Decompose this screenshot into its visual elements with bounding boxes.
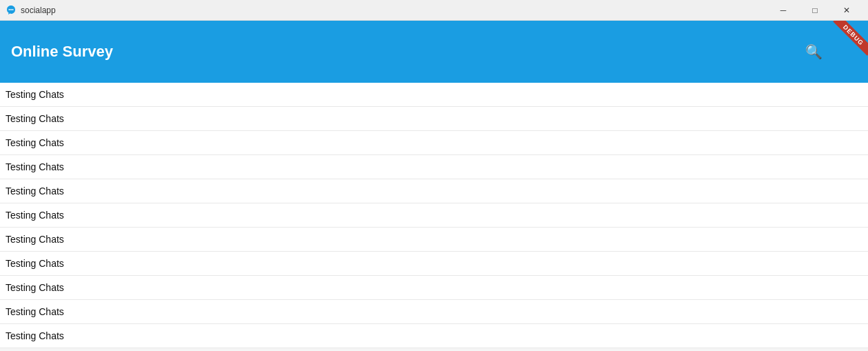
list-item[interactable]: Testing Chats	[0, 324, 868, 348]
close-button[interactable]: ✕	[831, 0, 862, 21]
list-item[interactable]: Testing Chats	[0, 179, 868, 203]
content-area: Testing ChatsTesting ChatsTesting ChatsT…	[0, 83, 868, 351]
title-bar-controls: ─ □ ✕	[767, 0, 862, 21]
svg-point-2	[12, 9, 14, 10]
search-icon[interactable]: 🔍	[805, 43, 822, 60]
app-name-label: socialapp	[21, 6, 56, 15]
minimize-button[interactable]: ─	[767, 0, 799, 21]
svg-point-0	[9, 9, 10, 10]
list-item[interactable]: Testing Chats	[0, 300, 868, 324]
maximize-button[interactable]: □	[799, 0, 831, 21]
list-item[interactable]: Testing Chats	[0, 131, 868, 155]
svg-point-1	[10, 9, 12, 10]
title-bar: socialapp ─ □ ✕	[0, 0, 868, 21]
title-bar-left: socialapp	[6, 5, 56, 16]
debug-ribbon: DEBUG	[827, 21, 868, 62]
app-icon	[6, 5, 17, 16]
list-item[interactable]: Testing Chats	[0, 276, 868, 300]
app-header: Online Survey 🔍 DEBUG	[0, 21, 868, 83]
list-item[interactable]: Testing Chats	[0, 107, 868, 131]
debug-label: DEBUG	[834, 21, 868, 56]
list-item[interactable]: Testing Chats	[0, 252, 868, 276]
list-item[interactable]: Testing Chats	[0, 228, 868, 252]
list-item[interactable]: Testing Chats	[0, 203, 868, 228]
list-item[interactable]: Testing Chats	[0, 155, 868, 179]
list-item[interactable]: Testing Chats	[0, 83, 868, 107]
page-title: Online Survey	[11, 43, 113, 61]
